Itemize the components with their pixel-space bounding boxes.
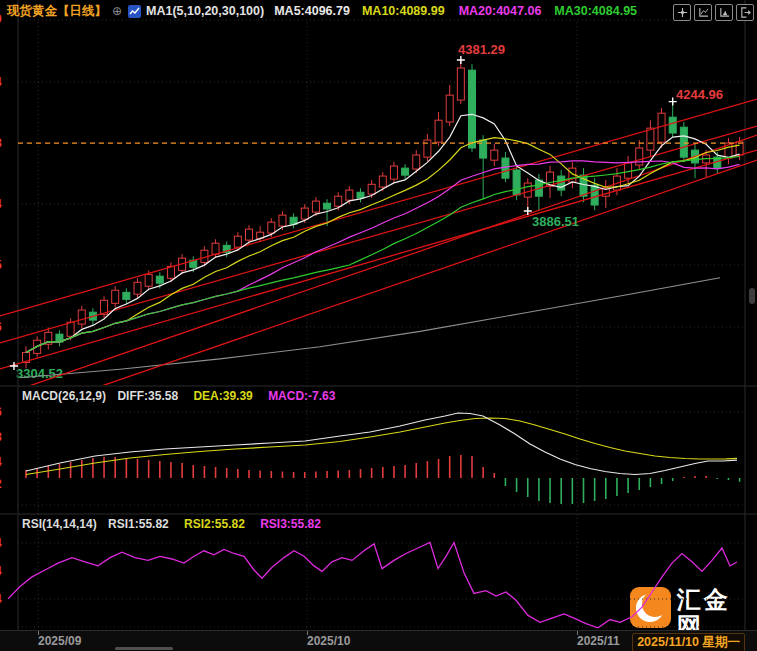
axis-label-sep: 2025/09 [38, 634, 81, 648]
clipped-axis-digit: 6 [0, 320, 9, 334]
swing-high-label: 4244.96 [676, 87, 723, 102]
pan-tool-icon[interactable] [673, 4, 691, 21]
swing-low-label: 3886.51 [532, 214, 579, 229]
macd-diff-value: DIFF:35.58 [117, 389, 178, 403]
clipped-axis-digit: 4 [0, 75, 9, 89]
right-scrollbar-handle[interactable] [749, 288, 755, 304]
axis-chart-icon[interactable] [694, 4, 712, 21]
axis-label-oct: 2025/10 [307, 634, 350, 648]
huijin-logo-icon [630, 587, 671, 628]
clipped-axis-digit: 2 [0, 477, 9, 491]
clipped-axis-digit: 4 [0, 455, 9, 469]
axis-label-nov: 2025/11 [577, 634, 620, 648]
chart-app: 现货黄金【日线】 ⊕ MA1(5,10,20,30,100) MA5:4096.… [0, 0, 757, 651]
time-axis: 2025/09 2025/10 2025/11 2025/11/10 星期一 [0, 630, 757, 651]
indicator-chart-icon[interactable] [715, 4, 733, 21]
ma30-value: MA30:4084.95 [554, 4, 637, 18]
clipped-axis-digit: 4 [0, 592, 9, 606]
clipped-axis-digit: 6 [0, 405, 9, 419]
rsi3-value: RSI3:55.82 [260, 517, 321, 531]
rsi2-value: RSI2:55.82 [184, 517, 245, 531]
rsi-header: RSI(14,14,14) RSI1:55.82 RSI2:55.82 RSI3… [22, 517, 321, 531]
rsi-title[interactable]: RSI(14,14,14) [22, 517, 97, 531]
ma-settings-label[interactable]: MA1(5,10,20,30,100) [146, 4, 264, 18]
rsi1-value: RSI1:55.82 [108, 517, 169, 531]
clipped-axis-digit: 4 [0, 536, 9, 550]
chart-header: 现货黄金【日线】 ⊕ MA1(5,10,20,30,100) MA5:4096.… [0, 0, 757, 22]
clipped-axis-digit: 4 [0, 197, 9, 211]
ma10-value: MA10:4089.99 [362, 4, 445, 18]
price-chart-canvas[interactable] [0, 0, 757, 651]
ma20-value: MA20:4047.06 [459, 4, 542, 18]
clipped-axis-digit: 8 [0, 430, 9, 444]
expand-icon[interactable]: ⊕ [112, 4, 122, 18]
macd-header: MACD(26,12,9) DIFF:35.58 DEA:39.39 MACD:… [22, 389, 335, 403]
exit-fullscreen-icon[interactable] [736, 4, 754, 21]
start-low-label: 3304.52 [16, 366, 63, 381]
clipped-axis-digit: 5 [0, 258, 9, 272]
ma5-value: MA5:4096.79 [274, 4, 350, 18]
horizontal-scrollbar-thumb[interactable] [115, 647, 173, 650]
peak-price-label: 4381.29 [458, 42, 505, 57]
macd-dea-value: DEA:39.39 [193, 389, 252, 403]
candlestick-mini-icon[interactable] [128, 5, 141, 18]
clipped-axis-digit: 4 [0, 564, 9, 578]
chart-toolbar [673, 4, 754, 21]
macd-hist-value: MACD:-7.63 [268, 389, 335, 403]
symbol-title: 现货黄金【日线】 [7, 3, 107, 20]
current-date-label: 2025/11/10 星期一 [632, 633, 745, 651]
macd-title[interactable]: MACD(26,12,9) [22, 389, 106, 403]
clipped-axis-digit: 8 [0, 136, 9, 150]
